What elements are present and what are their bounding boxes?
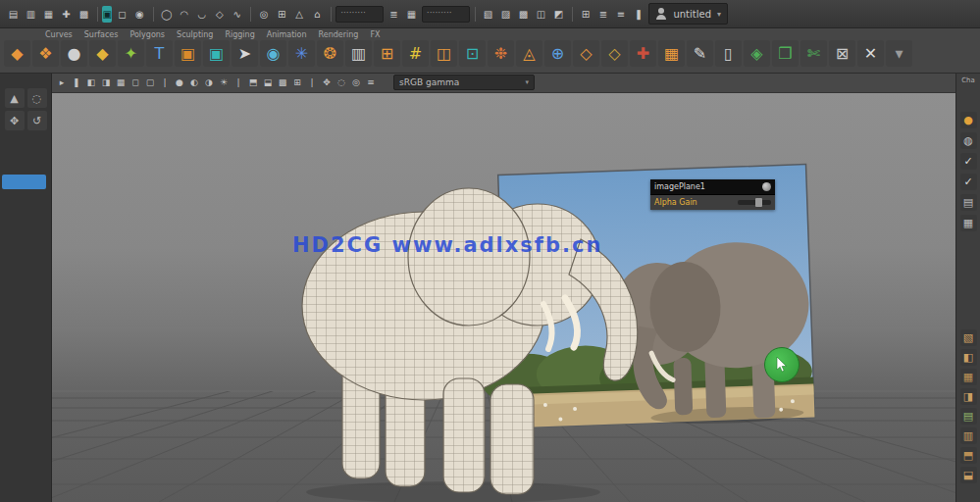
sidebar-icon[interactable]: ◧ — [960, 349, 977, 366]
sidebar-icon[interactable]: ● — [960, 112, 977, 128]
shelf-tool-icon[interactable]: ⊠ — [829, 40, 855, 67]
viewport-display-icon[interactable]: | — [306, 75, 318, 90]
viewport-display-icon[interactable]: ◻ — [129, 75, 141, 90]
color-management-dropdown[interactable]: sRGB gamma ▾ — [393, 75, 535, 90]
sidebar-toggle-icon[interactable]: ❚ — [630, 6, 646, 23]
sidebar-toggle-icon[interactable]: ⊞ — [577, 6, 593, 23]
hud-title-bar[interactable]: imagePlane1 — [650, 179, 775, 194]
viewport-display-icon[interactable]: ≡ — [365, 75, 377, 90]
shelf-tool-icon[interactable]: ✚ — [630, 40, 656, 67]
viewport-display-icon[interactable]: ▩ — [277, 75, 288, 90]
viewport-display-icon[interactable]: ⊞ — [291, 75, 303, 90]
shelf-tool-icon[interactable]: ⊡ — [459, 40, 486, 67]
sidebar-icon[interactable]: ▦ — [960, 369, 977, 385]
history-icon[interactable]: ≣ — [386, 6, 402, 23]
shelf-tool-icon[interactable]: ◆ — [89, 40, 116, 67]
shelf-tool-icon[interactable]: ◈ — [744, 40, 770, 67]
sidebar-icon[interactable]: ◍ — [960, 132, 977, 149]
viewport-display-icon[interactable]: ● — [174, 75, 185, 90]
selected-layout-button[interactable] — [2, 175, 46, 189]
snap-icon[interactable]: ⌂ — [309, 6, 326, 23]
viewport-display-icon[interactable]: ▦ — [115, 75, 127, 90]
quick-select-field[interactable]: ········· — [335, 6, 384, 23]
shelf-tool-icon[interactable]: ◬ — [516, 40, 542, 67]
sidebar-icon[interactable]: ▤ — [960, 408, 977, 425]
shelf-tool-icon[interactable]: ✳ — [288, 40, 315, 67]
file-icon[interactable]: ✚ — [58, 6, 75, 23]
shelf-tab[interactable]: Rigging — [225, 30, 254, 39]
character-set-dropdown[interactable]: untitled ▾ — [648, 3, 728, 25]
viewport-display-icon[interactable]: ◑ — [203, 75, 215, 90]
sidebar-icon[interactable]: ⬒ — [960, 447, 977, 464]
viewport-display-icon[interactable]: ◧ — [85, 75, 97, 90]
viewport-display-icon[interactable]: ◐ — [188, 75, 200, 90]
sidebar-icon[interactable]: ⬓ — [960, 467, 977, 483]
viewport-canvas[interactable] — [51, 92, 956, 502]
curve-tool-icon[interactable]: ◠ — [176, 6, 192, 23]
shelf-tool-icon[interactable]: ✄ — [800, 40, 827, 67]
channel-box-tab[interactable]: Cha — [956, 73, 980, 84]
history-icon[interactable]: ▦ — [403, 6, 420, 23]
shelf-tool-icon[interactable]: ❂ — [317, 40, 343, 67]
curve-tool-icon[interactable]: ◯ — [158, 6, 175, 23]
shelf-tool-icon[interactable]: ➤ — [232, 40, 258, 67]
viewport-display-icon[interactable]: ⬓ — [262, 75, 274, 90]
active-mode-icon[interactable]: ▣ — [102, 6, 111, 23]
viewport-display-icon[interactable]: ◎ — [350, 75, 362, 90]
snap-icon[interactable]: ⊞ — [274, 6, 290, 23]
shelf-tool-icon[interactable]: ◆ — [4, 40, 30, 67]
viewport-display-icon[interactable]: ✥ — [321, 75, 333, 90]
viewport-display-icon[interactable]: ☀ — [218, 75, 230, 90]
sidebar-icon[interactable]: ▦ — [960, 215, 977, 231]
shelf-tab[interactable]: Rendering — [319, 30, 359, 39]
shelf-tool-icon[interactable]: ✕ — [857, 40, 884, 67]
shelf-tool-icon[interactable]: ● — [61, 40, 87, 67]
viewport-display-icon[interactable]: | — [159, 75, 171, 90]
viewport-display-icon[interactable]: ⬒ — [247, 75, 259, 90]
sidebar-icon[interactable]: ✓ — [960, 174, 977, 190]
shelf-tool-icon[interactable]: ▣ — [175, 40, 201, 67]
snap-icon[interactable]: △ — [291, 6, 308, 23]
sidebar-toggle-icon[interactable]: ≣ — [594, 6, 611, 23]
shelf-tool-icon[interactable]: ❖ — [32, 40, 59, 67]
shelf-tab[interactable]: Curves — [45, 30, 73, 39]
shelf-tool-icon[interactable]: ◇ — [601, 40, 628, 67]
shelf-tool-icon[interactable]: ▾ — [886, 40, 912, 67]
hud-attribute-slider[interactable] — [738, 200, 771, 205]
viewport-display-icon[interactable]: ▢ — [144, 75, 156, 90]
shelf-tool-icon[interactable]: ◉ — [260, 40, 286, 67]
transform-tool-icon[interactable]: ✥ — [5, 111, 25, 130]
render-icon[interactable]: ◩ — [550, 6, 567, 23]
shelf-tab[interactable]: Surfaces — [84, 30, 119, 39]
transform-tool-icon[interactable]: ↺ — [27, 111, 47, 130]
sidebar-icon[interactable]: ◨ — [960, 388, 977, 405]
shelf-tool-icon[interactable]: # — [402, 40, 429, 67]
file-icon[interactable]: ▩ — [76, 6, 92, 23]
hud-options-icon[interactable] — [762, 182, 771, 191]
selection-mode-icon[interactable]: ◻ — [114, 6, 130, 23]
shelf-tab[interactable]: Polygons — [129, 30, 165, 39]
sidebar-icon[interactable]: ▧ — [960, 329, 977, 346]
shelf-tool-icon[interactable]: T — [146, 40, 173, 67]
perspective-viewport[interactable]: ▸❚◧◨▦◻▢|●◐◑☀|⬒⬓▩⊞|✥◌◎≡ sRGB gamma ▾ — [51, 73, 956, 502]
curve-tool-icon[interactable]: ◡ — [193, 6, 210, 23]
curve-tool-icon[interactable]: ◇ — [211, 6, 228, 23]
shelf-tab[interactable]: Sculpting — [177, 30, 213, 39]
shelf-tool-icon[interactable]: ▯ — [715, 40, 742, 67]
sidebar-icon[interactable]: ✓ — [960, 153, 977, 170]
file-icon[interactable]: ▦ — [40, 6, 57, 23]
selection-mode-icon[interactable]: ◉ — [131, 6, 148, 23]
viewport-display-icon[interactable]: ▸ — [56, 75, 68, 90]
viewport-display-icon[interactable]: ❚ — [71, 75, 82, 90]
render-icon[interactable]: ▩ — [515, 6, 532, 23]
shelf-tool-icon[interactable]: ✦ — [118, 40, 144, 67]
sidebar-toggle-icon[interactable]: ≡ — [612, 6, 629, 23]
render-icon[interactable]: ◫ — [533, 6, 549, 23]
transform-tool-icon[interactable]: ▲ — [5, 88, 25, 108]
hud-attribute-row[interactable]: Alpha Gain — [650, 194, 775, 210]
shelf-tool-icon[interactable]: ⊞ — [374, 40, 400, 67]
hud-panel[interactable]: imagePlane1 Alpha Gain — [650, 179, 775, 210]
shelf-tool-icon[interactable]: ❉ — [488, 40, 514, 67]
sidebar-icon[interactable]: ▤ — [960, 194, 977, 211]
shelf-tool-icon[interactable]: ✎ — [687, 40, 713, 67]
